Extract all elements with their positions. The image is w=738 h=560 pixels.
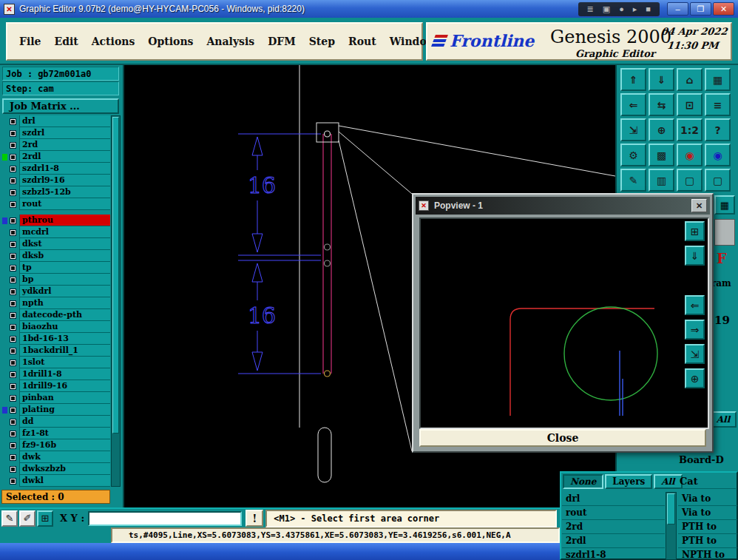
side-panel-thumbnail[interactable] <box>714 219 735 246</box>
xy-input[interactable] <box>88 511 242 526</box>
layer-visibility-checkbox[interactable] <box>10 253 16 260</box>
layer-row[interactable]: 1drill1-8 <box>1 368 110 380</box>
layer-name[interactable]: dkst <box>19 238 110 250</box>
layer-name[interactable]: bp <box>19 274 110 286</box>
layer-name[interactable]: pinban <box>19 392 110 404</box>
side-panel-button[interactable]: ▦ <box>714 195 735 215</box>
category-value-row[interactable]: Via to <box>678 492 737 506</box>
category-layer-row[interactable]: drl <box>562 492 665 506</box>
layer-row[interactable]: fz9-16b <box>1 439 110 451</box>
layer-row[interactable]: 2rd <box>1 139 110 151</box>
layer-visibility-checkbox[interactable] <box>10 154 16 161</box>
scrollbar-thumb[interactable] <box>112 117 119 434</box>
layer-list-scrollbar[interactable] <box>111 115 121 487</box>
layer-row[interactable]: pthrou <box>1 215 110 226</box>
category-value-row[interactable]: PTH to <box>678 534 737 548</box>
menu-item[interactable]: Actions <box>92 36 135 47</box>
layer-row[interactable]: 2rdl <box>1 151 110 163</box>
layer-visibility-checkbox[interactable] <box>10 166 16 172</box>
layer-name[interactable]: tp <box>19 262 110 274</box>
layer-row[interactable]: 1backdrill_1 <box>1 345 110 357</box>
layer-row[interactable]: fz1-8t <box>1 428 110 439</box>
menu-item[interactable]: Options <box>148 36 193 47</box>
layer-row[interactable]: plating <box>1 404 110 416</box>
toolbar-button[interactable]: 1:2 <box>677 118 703 141</box>
filter-tab[interactable]: None <box>563 474 603 489</box>
layer-name[interactable]: drl <box>19 115 110 127</box>
layer-row[interactable]: szdrl9-16 <box>1 175 110 186</box>
popview-tool-button[interactable]: ⇓ <box>685 246 705 266</box>
layer-name[interactable]: 1drill1-8 <box>19 368 110 380</box>
layer-name[interactable]: dwk <box>19 451 110 463</box>
layer-row[interactable]: dwk <box>1 451 110 463</box>
layer-row[interactable]: dksb <box>1 250 110 262</box>
layer-row[interactable]: datecode-pth <box>1 309 110 321</box>
layer-name[interactable]: szdrl1-8 <box>19 163 110 175</box>
toolbar-button[interactable]: ◉ <box>677 144 703 166</box>
side-panel-all-button[interactable]: All <box>710 411 737 428</box>
layer-name[interactable]: plating <box>19 404 110 416</box>
layer-visibility-checkbox[interactable] <box>10 178 16 184</box>
category-value-row[interactable]: Via to <box>678 506 737 520</box>
overlay-icon[interactable]: ● <box>619 5 624 13</box>
layer-visibility-checkbox[interactable] <box>10 130 16 137</box>
layer-visibility-checkbox[interactable] <box>10 241 16 248</box>
overlay-icon[interactable]: ▣ <box>603 5 610 13</box>
layer-visibility-checkbox[interactable] <box>10 277 16 283</box>
layer-visibility-checkbox[interactable] <box>10 265 16 271</box>
toolbar-button[interactable]: ▩ <box>649 144 674 166</box>
layer-row[interactable]: mcdrl <box>1 226 110 238</box>
toolbar-button[interactable]: ? <box>705 118 731 141</box>
category-layer-row[interactable]: 2rdl <box>562 534 665 548</box>
layer-row[interactable]: dwkl <box>1 475 110 487</box>
layer-row[interactable]: ydkdrl <box>1 286 110 297</box>
scrollbar-thumb[interactable] <box>667 493 675 524</box>
alert-button[interactable]: ! <box>246 510 263 527</box>
minimize-button[interactable]: – <box>667 2 688 16</box>
toolbar-button[interactable]: ⚙ <box>620 144 646 166</box>
layer-row[interactable]: dwkszbzb <box>1 463 110 475</box>
layer-row[interactable]: pinban <box>1 392 110 404</box>
popview-close-button[interactable]: Close <box>419 429 706 447</box>
menu-item[interactable]: Rout <box>348 36 376 47</box>
layer-name[interactable]: dwkl <box>19 475 110 487</box>
layer-name[interactable]: 2rdl <box>19 151 110 163</box>
category-scrollbar[interactable] <box>666 492 677 560</box>
layer-row[interactable]: 1bd-16-13 <box>1 333 110 345</box>
toolbar-button[interactable]: ▢ <box>677 169 703 192</box>
layer-name[interactable]: ydkdrl <box>19 286 110 297</box>
command-tool-button[interactable]: ✎ <box>1 510 18 527</box>
layer-visibility-checkbox[interactable] <box>10 395 16 402</box>
layer-row[interactable]: 1drill9-16 <box>1 380 110 392</box>
layer-name[interactable]: fz9-16b <box>19 439 110 451</box>
layer-name[interactable]: szdrl9-16 <box>19 175 110 186</box>
toolbar-button[interactable]: ✎ <box>620 169 646 192</box>
layer-name[interactable]: 2rd <box>19 139 110 151</box>
toolbar-button[interactable]: ⇑ <box>620 68 646 91</box>
layer-visibility-checkbox[interactable] <box>10 201 16 208</box>
layer-visibility-checkbox[interactable] <box>10 312 16 319</box>
layer-visibility-checkbox[interactable] <box>10 360 16 366</box>
layer-visibility-checkbox[interactable] <box>10 419 16 425</box>
layer-visibility-checkbox[interactable] <box>10 336 16 343</box>
layer-name[interactable]: biaozhu <box>19 321 110 333</box>
toolbar-button[interactable]: ◉ <box>705 144 731 166</box>
layer-visibility-checkbox[interactable] <box>10 442 16 449</box>
layer-visibility-checkbox[interactable] <box>10 348 16 354</box>
layer-visibility-checkbox[interactable] <box>10 189 16 196</box>
layer-visibility-checkbox[interactable] <box>10 454 16 461</box>
layer-visibility-checkbox[interactable] <box>10 142 16 149</box>
layer-visibility-checkbox[interactable] <box>10 407 16 414</box>
layer-visibility-checkbox[interactable] <box>10 324 16 331</box>
layer-name[interactable]: mcdrl <box>19 226 110 238</box>
popview-tool-button[interactable]: ⇲ <box>685 344 705 364</box>
layer-name[interactable]: dksb <box>19 250 110 262</box>
layer-row[interactable]: tp <box>1 262 110 274</box>
layer-visibility-checkbox[interactable] <box>10 217 16 224</box>
toolbar-button[interactable]: ▦ <box>705 68 731 91</box>
layer-row[interactable]: drl <box>1 115 110 127</box>
popview-titlebar[interactable]: ✕ Popview - 1 ✕ <box>416 197 710 215</box>
category-value-row[interactable]: PTH to <box>678 520 737 534</box>
layer-visibility-checkbox[interactable] <box>10 478 16 485</box>
close-button[interactable]: ✕ <box>713 2 734 16</box>
